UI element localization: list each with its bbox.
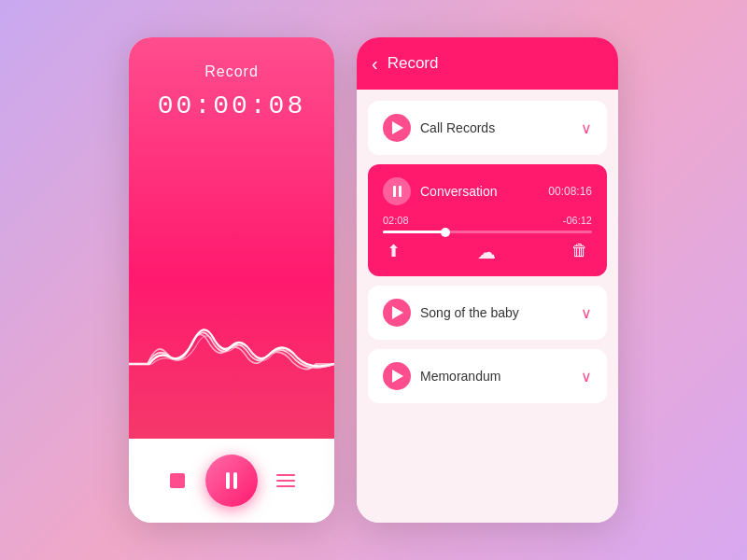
active-item-label: Conversation <box>420 184 498 199</box>
chevron-down-icon: ∨ <box>581 304 592 322</box>
play-button[interactable] <box>383 114 411 142</box>
item-label: Song of the baby <box>420 305 519 320</box>
controls-bar <box>129 439 334 523</box>
left-card: Record 00:00:08 <box>129 37 334 523</box>
stop-icon <box>170 473 185 488</box>
back-button[interactable]: ‹ <box>372 54 378 73</box>
active-pause-button[interactable] <box>383 177 411 205</box>
right-header: ‹ Record <box>357 37 618 90</box>
play-button[interactable] <box>383 362 411 390</box>
menu-line-1 <box>276 474 295 476</box>
pause-button[interactable] <box>205 455 258 507</box>
recording-display: Record 00:00:08 <box>129 37 334 439</box>
mini-pause-bar-right <box>399 186 402 197</box>
right-card: ‹ Record Call Records ∨ <box>357 37 618 523</box>
delete-icon[interactable]: 🗑 <box>571 241 588 263</box>
left-title: Record <box>204 63 259 80</box>
play-icon <box>392 121 403 134</box>
active-item-top: Conversation 00:08:16 <box>383 177 592 205</box>
list-item[interactable]: Song of the baby ∨ <box>368 286 607 340</box>
play-icon <box>392 370 403 383</box>
records-list: Call Records ∨ Conversation 00:08:16 <box>357 90 618 523</box>
share-icon[interactable]: ⬆ <box>387 241 401 263</box>
item-left: Memorandum <box>383 362 500 390</box>
progress-track[interactable] <box>383 231 592 233</box>
progress-times: 02:08 -06:12 <box>383 215 592 226</box>
pause-bar-left <box>226 472 230 489</box>
pause-bar-right <box>233 472 237 489</box>
progress-dot <box>441 228 450 237</box>
list-item[interactable]: Memorandum ∨ <box>368 349 607 403</box>
list-item[interactable]: Call Records ∨ <box>368 101 607 155</box>
active-actions: ⬆ ☁ 🗑 <box>383 241 592 263</box>
mini-pause-bar-left <box>393 186 396 197</box>
item-left: Song of the baby <box>383 299 519 327</box>
pause-icon <box>226 472 237 489</box>
active-list-item[interactable]: Conversation 00:08:16 02:08 -06:12 ⬆ ☁ 🗑 <box>368 164 607 276</box>
item-label: Call Records <box>420 120 495 135</box>
current-time: 02:08 <box>383 215 409 226</box>
stop-button[interactable] <box>164 468 190 494</box>
progress-fill <box>383 231 445 233</box>
chevron-down-icon: ∨ <box>581 119 592 137</box>
menu-button[interactable] <box>273 468 299 494</box>
upload-icon[interactable]: ☁ <box>477 241 496 263</box>
active-item-left: Conversation <box>383 177 498 205</box>
chevron-down-icon: ∨ <box>581 368 592 385</box>
mini-pause-icon <box>393 186 402 197</box>
menu-line-2 <box>276 480 295 482</box>
remaining-time: -06:12 <box>563 215 592 226</box>
active-item-duration: 00:08:16 <box>548 185 592 198</box>
waveform <box>129 308 334 420</box>
progress-section: 02:08 -06:12 <box>383 215 592 233</box>
play-button[interactable] <box>383 299 411 327</box>
play-icon <box>392 306 403 319</box>
right-title: Record <box>388 54 439 73</box>
item-left: Call Records <box>383 114 495 142</box>
menu-line-3 <box>276 485 295 487</box>
item-label: Memorandum <box>420 369 500 384</box>
timer-display: 00:00:08 <box>158 91 305 120</box>
